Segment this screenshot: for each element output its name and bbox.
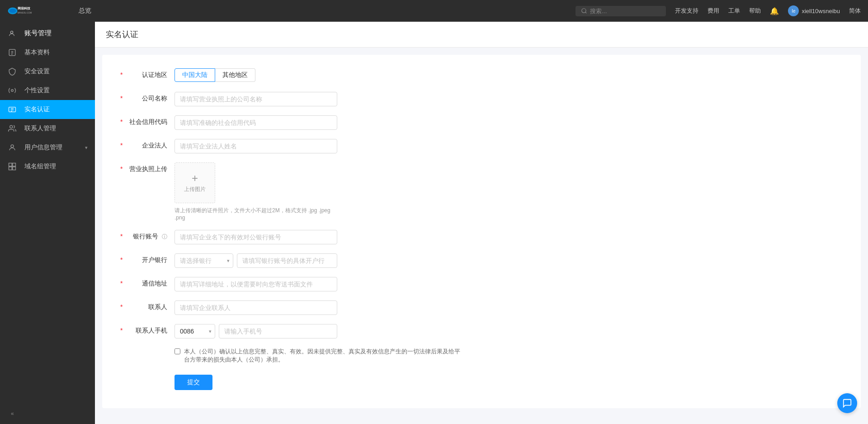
company-name-input[interactable]: [175, 92, 337, 106]
phone-code-select[interactable]: 0086: [175, 324, 215, 338]
upload-hint: 请上传清晰的证件照片，文件大小不超过2M，格式支持 .jpg .jpeg .pn…: [175, 207, 337, 221]
region-tab-mainland[interactable]: 中国大陆: [175, 68, 215, 82]
chevron-down-icon: ▾: [85, 145, 88, 151]
region-label: 认证地区: [120, 68, 175, 79]
sidebar-item-label: 个性设置: [24, 86, 50, 95]
main-content: 实名认证 认证地区 中国大陆 其他地区 公司名称 社会信用代码: [95, 0, 868, 424]
settings-icon: [8, 86, 16, 95]
sidebar-item-userinfo[interactable]: 用户信息管理 ▾: [0, 138, 95, 157]
region-control: 中国大陆 其他地区: [175, 68, 337, 82]
sidebar-item-label: 用户信息管理: [24, 143, 62, 152]
company-label: 公司名称: [120, 92, 175, 103]
svg-point-9: [10, 125, 13, 128]
form-row-region: 认证地区 中国大陆 其他地区: [120, 68, 843, 83]
contact-input[interactable]: [175, 300, 337, 315]
svg-rect-12: [13, 163, 16, 167]
search-input[interactable]: [590, 8, 653, 14]
nav-links: 开发支持 费用 工单 帮助: [675, 7, 761, 15]
bank-branch-input[interactable]: [237, 253, 337, 268]
phone-input[interactable]: [219, 324, 337, 338]
basic-icon: [8, 48, 16, 57]
license-control: + 上传图片 请上传清晰的证件照片，文件大小不超过2M，格式支持 .jpg .j…: [175, 162, 337, 221]
legal-person-input[interactable]: [175, 139, 337, 153]
username: xiell10wsneibu: [802, 8, 840, 14]
svg-rect-14: [13, 167, 16, 170]
contact-label: 联系人: [120, 300, 175, 311]
info-icon[interactable]: ⓘ: [162, 233, 167, 240]
userinfo-icon: [8, 143, 16, 152]
phone-code-wrapper[interactable]: 0086: [175, 324, 215, 338]
upload-label: 上传图片: [184, 186, 206, 193]
security-icon: [8, 67, 16, 76]
bank-account-label: 银行账号 ⓘ: [120, 230, 175, 241]
bank-row: 请选择银行: [175, 253, 337, 268]
chat-icon: [842, 398, 852, 408]
bank-account-input[interactable]: [175, 230, 337, 244]
credit-control: [175, 115, 337, 130]
sidebar-item-basic[interactable]: 基本资料: [0, 43, 95, 62]
agree-checkbox[interactable]: [175, 348, 180, 354]
nav-help[interactable]: 帮助: [749, 7, 761, 15]
search-icon: [581, 8, 587, 14]
upload-area[interactable]: + 上传图片: [175, 162, 215, 203]
account-icon: [8, 30, 15, 37]
form-container: 认证地区 中国大陆 其他地区 公司名称 社会信用代码 企业法人: [102, 55, 861, 408]
page-header: 实名认证: [95, 22, 868, 48]
svg-rect-13: [9, 167, 12, 170]
sidebar-item-domain[interactable]: 域名组管理: [0, 157, 95, 176]
svg-rect-11: [9, 163, 12, 167]
contact-control: [175, 300, 337, 315]
collapse-arrow-icon: «: [11, 410, 14, 417]
credit-code-input[interactable]: [175, 115, 337, 130]
sidebar-item-contacts[interactable]: 联系人管理: [0, 119, 95, 138]
region-tab-other[interactable]: 其他地区: [215, 68, 255, 82]
svg-point-1: [9, 9, 16, 13]
sidebar-item-security[interactable]: 安全设置: [0, 62, 95, 81]
sidebar-item-label: 安全设置: [24, 67, 50, 76]
nav-overview[interactable]: 总览: [75, 7, 95, 15]
credit-label: 社会信用代码: [120, 115, 175, 126]
form-row-legal: 企业法人: [120, 139, 843, 153]
form-row-credit: 社会信用代码: [120, 115, 843, 130]
collapse-button[interactable]: «: [9, 410, 86, 417]
sidebar-item-personal[interactable]: 个性设置: [0, 81, 95, 100]
svg-text:WANGSU.COM: WANGSU.COM: [18, 12, 32, 14]
nav-cost[interactable]: 费用: [708, 7, 719, 15]
chat-button[interactable]: [837, 393, 857, 413]
bank-select[interactable]: 请选择银行: [175, 253, 233, 268]
bell-icon[interactable]: 🔔: [770, 7, 779, 15]
domain-icon: [8, 162, 16, 171]
search-box[interactable]: [576, 6, 666, 16]
svg-point-5: [10, 31, 13, 33]
address-input[interactable]: [175, 277, 337, 291]
bank-name-label: 开户银行: [120, 253, 175, 264]
page-title: 实名认证: [106, 29, 857, 40]
phone-label: 联系人手机: [120, 324, 175, 335]
form-row-bank-name: 开户银行 请选择银行: [120, 253, 843, 268]
form-row-contact: 联系人: [120, 300, 843, 315]
nav-dev-support[interactable]: 开发支持: [675, 7, 698, 15]
sidebar-item-label: 联系人管理: [24, 124, 56, 133]
bank-account-control: [175, 230, 337, 244]
bank-name-control: 请选择银行: [175, 253, 337, 268]
user-area[interactable]: Ie xiell10wsneibu: [788, 5, 840, 16]
sidebar-item-label: 基本资料: [24, 48, 50, 57]
form-row-license: 营业执照上传 + 上传图片 请上传清晰的证件照片，文件大小不超过2M，格式支持 …: [120, 162, 843, 221]
phone-control: 0086: [175, 324, 337, 338]
sidebar-item-realname[interactable]: 实名认证: [0, 100, 95, 119]
sidebar-section-title: 账号管理: [0, 22, 95, 43]
svg-text:网宿科技: 网宿科技: [18, 6, 31, 10]
nav-lang[interactable]: 简体: [849, 7, 861, 15]
bank-select-wrapper[interactable]: 请选择银行: [175, 253, 233, 268]
form-row-phone: 联系人手机 0086: [120, 324, 843, 338]
nav-ticket[interactable]: 工单: [728, 7, 740, 15]
realname-icon: [8, 105, 16, 114]
submit-button[interactable]: 提交: [175, 375, 212, 390]
region-tabs: 中国大陆 其他地区: [175, 68, 337, 82]
svg-point-4: [582, 9, 586, 13]
phone-row: 0086: [175, 324, 337, 338]
top-nav: 网宿科技 WANGSU.COM 总览 开发支持 费用 工单 帮助 🔔 Ie xi…: [0, 0, 868, 22]
legal-control: [175, 139, 337, 153]
address-control: [175, 277, 337, 291]
legal-label: 企业法人: [120, 139, 175, 150]
